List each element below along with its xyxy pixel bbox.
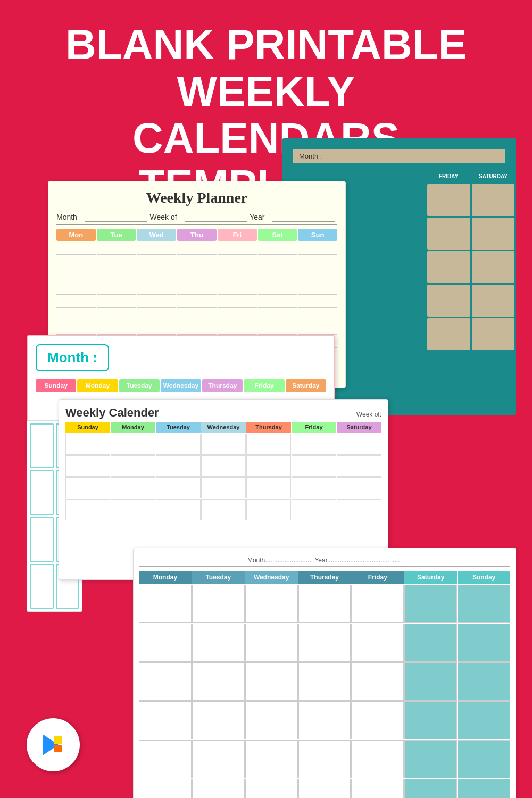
cb-friday: Friday [351, 571, 404, 584]
logo-icon [37, 729, 69, 761]
teal-day-headers: FRIDAY SATURDAY [426, 170, 516, 182]
teal-cell [427, 285, 470, 317]
cb-thursday: Thursday [298, 571, 351, 584]
week-of-label: Week of: [356, 411, 381, 418]
wc-wednesday: Wednesday [201, 422, 246, 433]
cb-sunday: Sunday [458, 571, 510, 584]
cb-saturday: Saturday [404, 571, 457, 584]
left-box [30, 423, 54, 468]
wc-sunday: Sunday [65, 422, 110, 433]
pink-monday: Monday [77, 379, 118, 392]
teal-cell [427, 218, 470, 250]
planner-tue: Tue [97, 229, 136, 241]
planner-lines-grid [56, 243, 337, 348]
pink-friday: Friday [244, 379, 284, 392]
wc-friday: Friday [292, 422, 336, 433]
lines-col-tue [97, 243, 136, 348]
cb-monday: Monday [139, 571, 192, 584]
pink-month-title: Month : [36, 344, 109, 371]
wc-monday: Monday [111, 422, 155, 433]
teal-friday-header: FRIDAY [427, 171, 470, 181]
teal-cell [427, 251, 470, 283]
svg-rect-1 [54, 745, 62, 752]
wc-header: Sunday Monday Tuesday Wednesday Thursday… [65, 422, 381, 433]
lines-col-mon [56, 243, 96, 348]
planner-sun: Sun [298, 229, 337, 241]
teal-cell [472, 285, 515, 317]
lines-col-sun [298, 243, 337, 348]
pink-saturday: Saturday [286, 379, 326, 392]
teal-cell [472, 251, 515, 283]
wc-saturday: Saturday [337, 422, 381, 433]
cb-wednesday: Wednesday [245, 571, 298, 584]
planner-thu: Thu [177, 229, 217, 241]
lines-col-fri [218, 243, 257, 348]
pink-thursday: Thursday [202, 379, 243, 392]
wc-grid [65, 434, 381, 520]
pink-wednesday: Wednesday [161, 379, 201, 392]
teal-cell [472, 218, 515, 250]
cb-tuesday: Tuesday [192, 571, 245, 584]
teal-cell [427, 184, 470, 216]
logo-circle [27, 718, 80, 771]
planner-fri: Fri [218, 229, 257, 241]
bottom-month-year: Month........................... Year...… [139, 554, 510, 567]
planner-title: Weekly Planner [56, 189, 337, 206]
wc-thursday: Thursday [246, 422, 291, 433]
teal-cell [472, 184, 515, 216]
teal-cell [427, 318, 470, 350]
left-box [30, 517, 54, 562]
left-box [30, 564, 54, 609]
teal-month-bar: Month : [293, 149, 505, 163]
pink-days-row: Sunday Monday Tuesday Wednesday Thursday… [36, 379, 326, 392]
wc-tuesday: Tuesday [156, 422, 201, 433]
cb-header: Monday Tuesday Wednesday Thursday Friday… [139, 571, 510, 584]
left-box [30, 470, 54, 515]
lines-col-wed [137, 243, 176, 348]
teal-grid-area: FRIDAY SATURDAY [426, 170, 516, 352]
planner-meta: Month Week of Year [56, 213, 337, 225]
lines-col-sat [258, 243, 297, 348]
teal-grid-cells [426, 182, 516, 352]
svg-rect-2 [54, 736, 62, 744]
teal-saturday-header: SATURDAY [471, 171, 515, 181]
planner-mon: Mon [56, 229, 96, 241]
card-bottom: Month........................... Year...… [133, 548, 516, 798]
lines-col-thu [177, 243, 217, 348]
planner-wed: Wed [137, 229, 176, 241]
pink-sunday: Sunday [36, 379, 76, 392]
weekly-calender-title: Weekly Calender [65, 406, 159, 420]
cb-grid [139, 585, 510, 798]
planner-sat: Sat [258, 229, 297, 241]
teal-cell [472, 318, 515, 350]
cards-area: Month : FRIDAY SATURDAY Weekly Planne [27, 138, 516, 755]
planner-days-header: Mon Tue Wed Thu Fri Sat Sun [56, 229, 337, 241]
pink-tuesday: Tuesday [119, 379, 160, 392]
